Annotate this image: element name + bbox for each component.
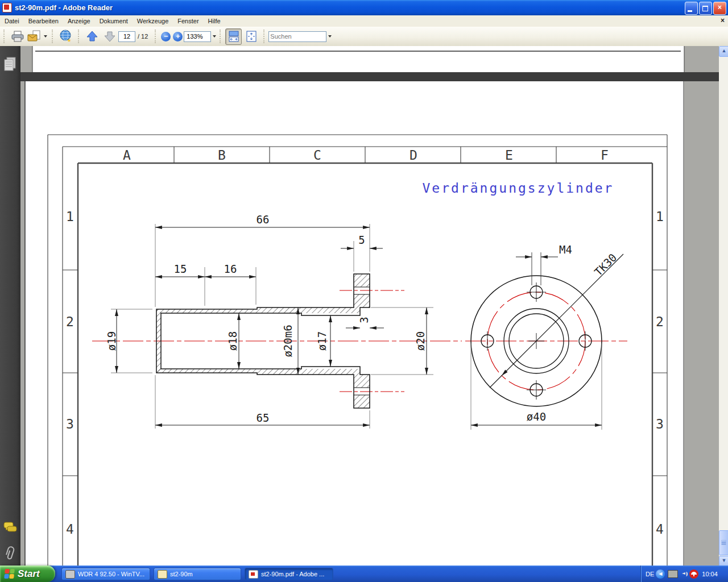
- dim-seg1: 15: [174, 263, 187, 275]
- toolbar-grip: [155, 30, 158, 43]
- pdf-app-icon: [2, 3, 12, 13]
- page-number-input[interactable]: [118, 31, 135, 42]
- grid-col-c: C: [313, 148, 321, 163]
- menu-bearbeiten[interactable]: Bearbeiten: [24, 16, 63, 26]
- vertical-scrollbar[interactable]: ▲ ▼: [719, 46, 728, 566]
- drawing-title: Verdrängungszylinder: [423, 181, 614, 196]
- menu-hilfe[interactable]: Hilfe: [204, 16, 225, 26]
- fit-page-button[interactable]: [243, 28, 259, 45]
- toolbar-grip: [263, 30, 266, 43]
- page-separator: [20, 72, 719, 81]
- tray-collapse-icon[interactable]: ◀: [656, 569, 665, 579]
- zoom-level-select[interactable]: 133%: [184, 31, 211, 42]
- collaborate-button[interactable]: ★: [57, 28, 74, 45]
- fit-page-icon: [245, 30, 258, 43]
- system-tray: DE ◀ 10:04: [640, 566, 728, 582]
- start-label: Start: [18, 568, 40, 580]
- toolbar-grip: [3, 30, 6, 43]
- menu-datei[interactable]: Datei: [0, 16, 24, 26]
- menu-fenster[interactable]: Fenster: [173, 16, 203, 26]
- zoom-dropdown-caret[interactable]: [213, 35, 216, 38]
- dim-dia-mid: ø20m6: [282, 325, 294, 357]
- menu-dokument[interactable]: Dokument: [95, 16, 133, 26]
- dim-dia-outer-left: ø19: [105, 331, 118, 351]
- document-viewer[interactable]: A B C D E F 1 2 3 4 1 2 3 4 Verdrängungs…: [20, 46, 719, 566]
- grid-row-2-left: 2: [66, 314, 74, 329]
- grid-col-d: D: [410, 148, 417, 163]
- email-page-icon: [27, 30, 42, 43]
- grid-row-4-right: 4: [656, 522, 664, 537]
- task-adobe-reader[interactable]: st2-90m.pdf - Adobe ...: [245, 568, 333, 580]
- zoom-level-value: 133%: [187, 33, 202, 40]
- pdf-file-icon: [249, 570, 258, 579]
- search-input[interactable]: [268, 31, 326, 42]
- window-title: st2-90m.pdf - Adobe Reader: [15, 3, 113, 12]
- toolbar-grip: [52, 30, 55, 43]
- grid-row-2-right: 2: [656, 314, 664, 329]
- attachments-panel-icon[interactable]: [5, 546, 14, 559]
- task-adobe-reader-label: st2-90m.pdf - Adobe ...: [261, 571, 324, 577]
- pages-panel-icon[interactable]: [5, 57, 15, 70]
- minimize-button[interactable]: [685, 2, 698, 15]
- page-total-label: / 12: [138, 33, 148, 40]
- dim-total-length: 66: [257, 213, 270, 226]
- scrollbar-thumb[interactable]: [719, 530, 728, 555]
- comments-panel-icon[interactable]: [4, 522, 16, 531]
- toolbar: ★ / 12 − + 133%: [0, 27, 728, 47]
- clock: 10:04: [702, 571, 718, 577]
- email-dropdown-caret[interactable]: [44, 35, 47, 38]
- task-st2-90m-label: st2-90m: [170, 571, 193, 577]
- grid-row-4-left: 4: [66, 522, 74, 537]
- taskbar: Start WDR 4 92.50 - WinTV... st2-90m st2…: [0, 566, 728, 582]
- desktop: st2-90m.pdf - Adobe Reader × Datei Bearb…: [0, 0, 728, 582]
- dim-dia-bore-left: ø18: [226, 331, 239, 351]
- dim-seg2: 16: [224, 263, 237, 275]
- task-wintv-label: WDR 4 92.50 - WinTV...: [78, 571, 144, 577]
- document-icon: [158, 570, 167, 579]
- language-indicator[interactable]: DE: [646, 571, 654, 577]
- arrow-up-icon: [86, 30, 98, 43]
- arrow-down-icon: [104, 30, 116, 43]
- dim-flange-width: 5: [358, 234, 365, 246]
- print-button[interactable]: [9, 28, 26, 45]
- fit-width-button[interactable]: [225, 28, 242, 45]
- restore-button[interactable]: [699, 2, 712, 15]
- grid-col-f: F: [601, 148, 609, 163]
- grid-row-1-left: 1: [66, 209, 74, 224]
- toolbar-grip: [220, 30, 222, 43]
- grid-row-1-right: 1: [656, 209, 664, 224]
- grid-col-a: A: [123, 148, 131, 163]
- star-glyph: ★: [67, 36, 71, 43]
- search-dropdown-caret[interactable]: [328, 35, 332, 38]
- antivirus-icon[interactable]: [689, 569, 698, 579]
- scroll-up-button[interactable]: ▲: [719, 46, 728, 57]
- globe-star-icon: ★: [59, 30, 73, 43]
- close-button[interactable]: ×: [713, 2, 726, 15]
- dim-dia-bore-right: ø17: [316, 331, 328, 351]
- previous-page-button[interactable]: [84, 28, 100, 45]
- fit-width-icon: [228, 30, 240, 43]
- zoom-in-button[interactable]: +: [173, 32, 183, 41]
- menu-bar: Datei Bearbeiten Anzeige Dokument Werkze…: [0, 15, 728, 27]
- volume-icon[interactable]: [680, 571, 687, 577]
- next-page-button[interactable]: [101, 28, 118, 45]
- email-button[interactable]: [27, 28, 48, 45]
- dim-len-to-flange: 65: [257, 411, 270, 424]
- menu-werkzeuge[interactable]: Werkzeuge: [133, 16, 173, 26]
- start-button[interactable]: Start: [0, 566, 55, 582]
- wintv-icon: [65, 570, 75, 579]
- printer-icon: [11, 30, 24, 43]
- grid-col-b: B: [218, 148, 226, 163]
- grid-row-3-right: 3: [656, 417, 664, 431]
- dim-dia-counterbore: ø20: [414, 331, 427, 351]
- dim-thread: M4: [559, 243, 572, 256]
- tray-tv-icon[interactable]: [668, 570, 678, 578]
- zoom-out-button[interactable]: −: [161, 32, 171, 41]
- menu-anzeige[interactable]: Anzeige: [63, 16, 95, 26]
- grid-row-3-left: 3: [66, 417, 74, 431]
- toolbar-grip: [78, 30, 81, 43]
- document-close-icon[interactable]: ×: [721, 16, 725, 24]
- task-st2-90m[interactable]: st2-90m: [154, 568, 241, 580]
- grid-col-e: E: [505, 148, 513, 163]
- task-wintv[interactable]: WDR 4 92.50 - WinTV...: [61, 568, 150, 580]
